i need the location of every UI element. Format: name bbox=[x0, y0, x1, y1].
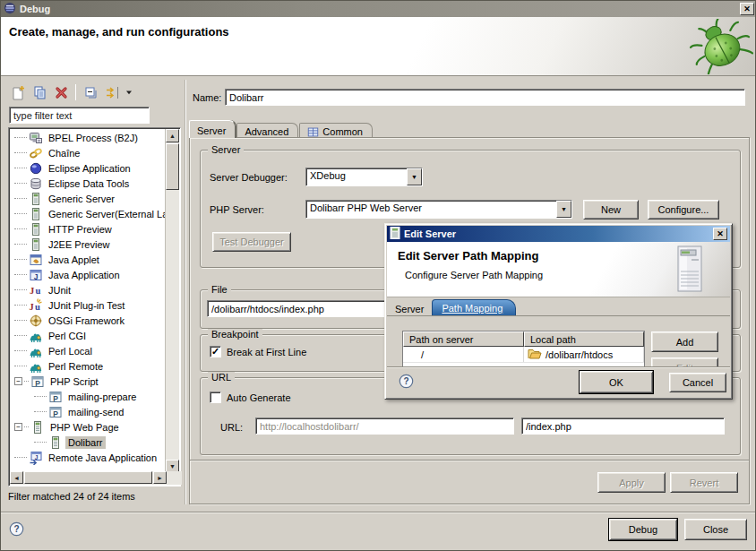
horizontal-scroll-thumb[interactable] bbox=[24, 471, 152, 484]
tree-item-label: Remote Java Application bbox=[46, 452, 159, 464]
php-server-select[interactable]: Dolibarr PHP Web Server ▼ bbox=[305, 200, 572, 219]
tree-item-bpel-process-b2j[interactable]: BPEL Process (B2J) bbox=[11, 130, 167, 145]
tree-item-label: PHP Web Page bbox=[47, 421, 122, 434]
tree-item-label: JUnit Plug-in Test bbox=[46, 299, 127, 312]
tree-item-generic-server-external-la[interactable]: Generic Server(External La bbox=[11, 206, 167, 221]
column-path-on-server[interactable]: Path on server bbox=[403, 331, 524, 347]
file-group-legend: File bbox=[208, 284, 231, 295]
path-mapping-panel: Path on server Local path //dolibarr/htd… bbox=[387, 316, 730, 370]
cancel-button[interactable]: Cancel bbox=[669, 373, 726, 392]
tree-item-eclipse-application[interactable]: Eclipse Application bbox=[11, 160, 167, 176]
tree-item-label: OSGi Framework bbox=[46, 314, 127, 327]
tree-item-label: Java Application bbox=[46, 269, 123, 281]
tree-item-label: Java Applet bbox=[46, 254, 102, 266]
tree-horizontal-scrollbar[interactable]: ◄ ► bbox=[10, 471, 182, 485]
break-first-line-row: ✓ Break at First Line bbox=[210, 346, 306, 357]
tab-server[interactable]: Server bbox=[189, 120, 236, 138]
tree-item-osgi-framework[interactable]: OSGi Framework bbox=[11, 313, 167, 328]
url-base-input[interactable] bbox=[255, 418, 514, 435]
url-path-input[interactable] bbox=[521, 418, 725, 435]
ok-button[interactable]: OK bbox=[580, 371, 653, 393]
help-icon[interactable]: ? bbox=[9, 521, 24, 537]
filter-input[interactable] bbox=[9, 107, 150, 124]
window-close-button[interactable]: ✕ bbox=[740, 3, 754, 15]
tree-item-junit-plug-in-test[interactable]: JuJUnit Plug-in Test bbox=[11, 297, 167, 313]
dialog-tab-path-mapping[interactable]: Path Mapping bbox=[432, 299, 516, 315]
toolbar-separator bbox=[75, 84, 76, 100]
debug-button[interactable]: Debug bbox=[609, 519, 677, 540]
dialog-title: Edit Server bbox=[404, 228, 713, 239]
php-server-label: PHP Server: bbox=[210, 204, 264, 215]
server-window-icon bbox=[390, 227, 400, 241]
auto-generate-checkbox[interactable] bbox=[210, 392, 221, 403]
toolbar-menu-dropdown-icon[interactable] bbox=[124, 82, 134, 102]
scroll-left-icon[interactable]: ◄ bbox=[10, 471, 23, 484]
tree-item-label: Generic Server(External La bbox=[46, 208, 167, 220]
tree-item-label: HTTP Preview bbox=[46, 223, 115, 236]
scroll-up-icon[interactable]: ▲ bbox=[166, 129, 179, 142]
server-icon bbox=[29, 222, 43, 237]
sidebar-toolbar bbox=[8, 82, 134, 103]
tree-item-label: Chaîne bbox=[46, 147, 82, 159]
dialog-tab-server[interactable]: Server bbox=[389, 301, 432, 315]
svg-text:?: ? bbox=[403, 376, 408, 386]
tree-item-label: mailing-prepare bbox=[65, 391, 139, 403]
tree-item-php-script[interactable]: −PPHP Script bbox=[11, 374, 167, 389]
server-debugger-select[interactable]: XDebug ▼ bbox=[305, 168, 423, 186]
tab-common[interactable]: Common bbox=[299, 123, 373, 138]
php-web-icon bbox=[48, 435, 63, 450]
tree-item-remote-java-application[interactable]: JRemote Java Application bbox=[11, 450, 167, 465]
name-input[interactable] bbox=[225, 89, 745, 106]
url-group-legend: URL bbox=[208, 372, 235, 383]
tree-item-cha-ne[interactable]: Chaîne bbox=[11, 145, 167, 160]
filter-configurations-icon[interactable] bbox=[102, 82, 122, 102]
perl-icon bbox=[29, 329, 43, 343]
chevron-down-icon[interactable]: ▼ bbox=[407, 168, 422, 185]
collapse-toggle-icon[interactable]: − bbox=[14, 423, 22, 431]
tree-item-java-applet[interactable]: Java Applet bbox=[11, 252, 167, 267]
collapse-toggle-icon[interactable]: − bbox=[14, 377, 22, 385]
window-title: Debug bbox=[20, 4, 740, 14]
tree-item-mailing-send[interactable]: Pmailing-send bbox=[11, 404, 167, 419]
tree-item-j2ee-preview[interactable]: J2EE Preview bbox=[11, 237, 167, 252]
column-local-path[interactable]: Local path bbox=[524, 331, 644, 347]
header-banner: Create, manage, and run configurations bbox=[1, 17, 756, 76]
tree-item-eclipse-data-tools[interactable]: Eclipse Data Tools bbox=[11, 176, 167, 191]
scroll-right-icon[interactable]: ► bbox=[153, 471, 167, 484]
php-web-icon bbox=[30, 420, 45, 435]
tree-vertical-scrollbar[interactable]: ▲ ▼ bbox=[165, 129, 179, 473]
tree-item-php-web-page[interactable]: −PHP Web Page bbox=[11, 419, 167, 435]
url-label: URL: bbox=[220, 422, 243, 433]
break-first-line-checkbox[interactable]: ✓ bbox=[210, 346, 221, 357]
close-button[interactable]: Close bbox=[684, 519, 747, 540]
collapse-all-icon[interactable] bbox=[81, 82, 100, 102]
junit-plugin-icon: Ju bbox=[29, 298, 43, 313]
add-mapping-button[interactable]: Add bbox=[651, 331, 718, 352]
tree-item-label: mailing-send bbox=[65, 406, 126, 418]
tree-item-generic-server[interactable]: Generic Server bbox=[11, 191, 167, 206]
php-icon: P bbox=[48, 405, 63, 419]
dialog-close-button[interactable]: ✕ bbox=[713, 228, 727, 240]
mapping-row[interactable]: //dolibarr/htdocs bbox=[403, 347, 644, 362]
tree-item-mailing-prepare[interactable]: Pmailing-prepare bbox=[11, 389, 167, 404]
tab-advanced[interactable]: Advanced bbox=[236, 123, 298, 138]
tree-item-http-preview[interactable]: HTTP Preview bbox=[11, 221, 167, 237]
auto-generate-label: Auto Generate bbox=[227, 392, 291, 403]
tree-item-perl-remote[interactable]: Perl Remote bbox=[11, 358, 167, 374]
delete-configuration-icon[interactable] bbox=[51, 82, 71, 102]
dialog-help-icon[interactable]: ? bbox=[399, 374, 414, 389]
duplicate-configuration-icon[interactable] bbox=[30, 82, 49, 102]
new-server-button[interactable]: New bbox=[583, 200, 639, 220]
tree-item-perl-local[interactable]: Perl Local bbox=[11, 343, 167, 358]
tree-item-dolibarr[interactable]: Dolibarr bbox=[11, 435, 167, 450]
chevron-down-icon[interactable]: ▼ bbox=[556, 201, 571, 218]
tree-item-label: J2EE Preview bbox=[46, 238, 112, 251]
tree-item-java-application[interactable]: JJava Application bbox=[11, 267, 167, 282]
vertical-scroll-thumb[interactable] bbox=[166, 143, 179, 190]
configure-server-button[interactable]: Configure... bbox=[648, 200, 719, 220]
new-configuration-icon[interactable] bbox=[8, 82, 28, 102]
window-titlebar: Debug ✕ bbox=[1, 1, 756, 17]
svg-text:J: J bbox=[35, 453, 39, 460]
tree-item-perl-cgi[interactable]: Perl CGI bbox=[11, 328, 167, 343]
tree-item-junit[interactable]: JuJUnit bbox=[11, 282, 167, 297]
